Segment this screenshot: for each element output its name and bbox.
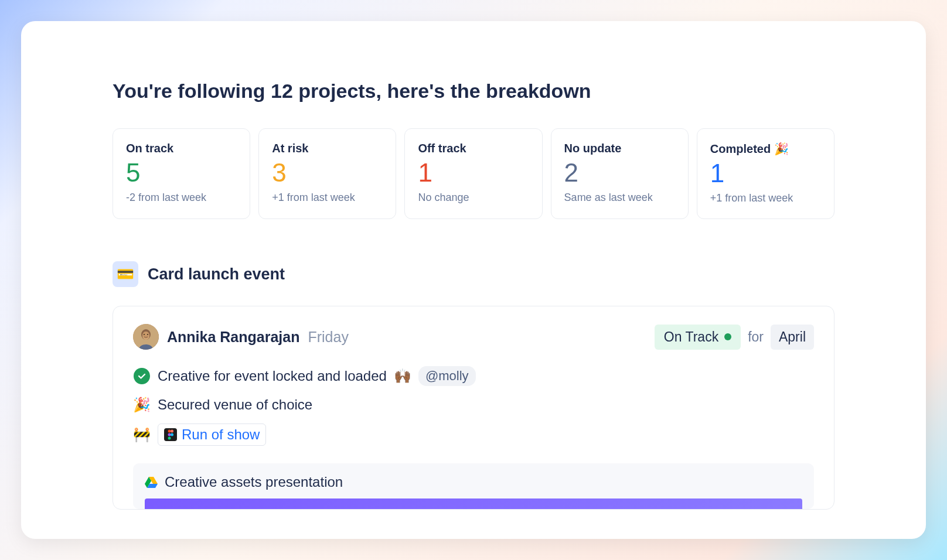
avatar[interactable] <box>133 324 159 350</box>
mention-chip[interactable]: @molly <box>418 366 476 386</box>
update-line-2: 🎉 Secured venue of choice <box>133 397 814 413</box>
figma-icon <box>164 428 177 441</box>
page-title: You're following 12 projects, here's the… <box>113 80 834 103</box>
party-icon: 🎉 <box>133 397 151 413</box>
embed-preview <box>145 498 802 509</box>
stat-value: 3 <box>272 159 383 187</box>
update-body: Creative for event locked and loaded 🙌🏾 … <box>133 366 814 446</box>
stat-value: 2 <box>564 159 675 187</box>
stat-delta: -2 from last week <box>126 192 237 204</box>
stat-value: 5 <box>126 159 237 187</box>
credit-card-icon: 💳 <box>117 266 134 282</box>
stat-delta: No change <box>418 192 529 204</box>
party-icon: 🎉 <box>774 142 789 156</box>
line-text: Creative for event locked and loaded <box>158 368 387 384</box>
author-block: Annika Rangarajan Friday <box>133 324 349 350</box>
stat-at-risk[interactable]: At risk 3 +1 from last week <box>258 128 396 219</box>
stat-delta: +1 from last week <box>272 192 383 204</box>
stat-label: At risk <box>272 142 383 155</box>
status-label: On Track <box>664 329 718 345</box>
project-icon: 💳 <box>113 261 138 287</box>
author-name: Annika Rangarajan <box>167 329 299 346</box>
embed-header: Creative assets presentation <box>145 474 802 490</box>
status-pill[interactable]: On Track <box>655 325 741 350</box>
stat-delta: Same as last week <box>564 192 675 204</box>
stat-no-update[interactable]: No update 2 Same as last week <box>551 128 689 219</box>
svg-point-5 <box>147 334 148 335</box>
status-month[interactable]: April <box>771 325 814 350</box>
stat-label: On track <box>126 142 237 155</box>
embed-card[interactable]: Creative assets presentation <box>133 463 814 509</box>
project-title: Card launch event <box>148 265 285 284</box>
svg-point-8 <box>168 433 171 436</box>
status-block: On Track for April <box>655 325 814 350</box>
stat-label: No update <box>564 142 675 155</box>
svg-point-10 <box>168 437 171 440</box>
status-for-text: for <box>748 329 764 345</box>
update-header: Annika Rangarajan Friday On Track for Ap… <box>133 324 814 350</box>
status-dot-icon <box>724 333 731 340</box>
stat-completed[interactable]: Completed 🎉 1 +1 from last week <box>697 128 834 219</box>
update-card: Annika Rangarajan Friday On Track for Ap… <box>113 306 834 510</box>
stat-delta: +1 from last week <box>710 192 821 204</box>
attachment-chip[interactable]: Run of show <box>158 424 266 446</box>
stats-row: On track 5 -2 from last week At risk 3 +… <box>113 128 834 219</box>
update-line-3: 🚧 Run of show <box>133 424 814 446</box>
svg-point-4 <box>144 334 145 335</box>
stat-off-track[interactable]: Off track 1 No change <box>404 128 542 219</box>
project-header[interactable]: 💳 Card launch event <box>113 261 834 287</box>
stat-value: 1 <box>418 159 529 187</box>
svg-point-7 <box>171 430 173 433</box>
main-surface: You're following 12 projects, here's the… <box>21 21 926 539</box>
attachment-link: Run of show <box>182 426 260 443</box>
check-icon <box>133 368 151 384</box>
construction-icon: 🚧 <box>133 426 151 443</box>
gdrive-icon <box>145 476 158 488</box>
stat-value: 1 <box>710 159 821 187</box>
embed-title: Creative assets presentation <box>165 474 343 490</box>
stat-label: Off track <box>418 142 529 155</box>
stat-on-track[interactable]: On track 5 -2 from last week <box>113 128 250 219</box>
svg-point-6 <box>168 430 171 433</box>
stat-label: Completed 🎉 <box>710 142 821 156</box>
line-text: Secured venue of choice <box>158 397 312 413</box>
update-line-1: Creative for event locked and loaded 🙌🏾 … <box>133 366 814 386</box>
svg-point-9 <box>171 433 173 436</box>
hands-icon: 🙌🏾 <box>394 368 411 384</box>
update-date: Friday <box>308 329 348 346</box>
